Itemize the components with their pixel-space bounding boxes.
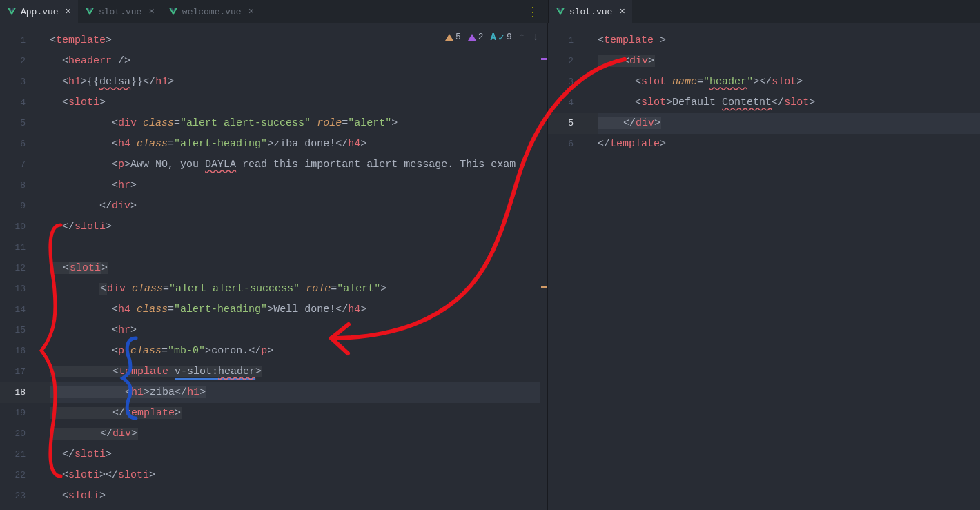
left-gutter: 1234 5678 9101112 13141516 17181920 2122… <box>0 23 39 510</box>
tab-label: welcome.vue <box>182 7 242 17</box>
vue-icon <box>168 7 178 17</box>
vue-icon <box>556 7 565 17</box>
close-icon[interactable]: × <box>246 6 254 17</box>
typo-icon: A <box>491 32 496 43</box>
right-code[interactable]: <template > <div> <slot name="header"></… <box>587 23 980 510</box>
vue-icon <box>7 7 17 17</box>
warn-number: 5 <box>455 32 461 42</box>
inspection-summary[interactable]: 5 2 A✓9 ↑ ↓ <box>445 30 539 43</box>
tab-welcome-vue[interactable]: welcome.vue × <box>161 0 261 23</box>
warning-icon <box>445 34 453 41</box>
right-pane: 123 456 <template > <div> <slot name="he… <box>548 23 980 510</box>
tab-app-vue[interactable]: App.vue × <box>0 0 78 23</box>
left-pane: 1234 5678 9101112 13141516 17181920 2122… <box>0 23 548 510</box>
tab-label: slot.vue <box>99 7 141 17</box>
close-icon[interactable]: × <box>146 6 154 17</box>
left-error-stripe[interactable] <box>540 23 547 510</box>
left-code[interactable]: <template> <headerr /> <h1>{{delsa}}</h1… <box>39 23 547 510</box>
tab-slot-vue-right[interactable]: slot.vue × <box>549 0 632 23</box>
prev-highlight-icon[interactable]: ↑ <box>519 31 526 43</box>
error-icon <box>468 34 476 41</box>
typo-sub-icon: ✓ <box>498 31 504 44</box>
next-highlight-icon[interactable]: ↓ <box>532 31 539 43</box>
left-editor[interactable]: 1234 5678 9101112 13141516 17181920 2122… <box>0 23 547 510</box>
tab-overflow-icon[interactable]: ⋮ <box>517 0 548 23</box>
warn-count[interactable]: 5 <box>445 32 461 42</box>
typo-number: 9 <box>507 32 512 42</box>
tab-label: App.vue <box>21 7 59 17</box>
editor-split: 1234 5678 9101112 13141516 17181920 2122… <box>0 23 980 510</box>
stripe-marker[interactable] <box>541 58 547 60</box>
right-gutter: 123 456 <box>548 23 587 510</box>
vue-icon <box>85 7 95 17</box>
close-icon[interactable]: × <box>63 6 71 17</box>
right-editor[interactable]: 123 456 <template > <div> <slot name="he… <box>548 23 980 510</box>
typo-count[interactable]: A✓9 <box>491 30 512 43</box>
tabbar-right: slot.vue × <box>548 0 980 23</box>
close-icon[interactable]: × <box>616 6 625 17</box>
tab-label: slot.vue <box>569 7 612 17</box>
tabbar-left: App.vue × slot.vue × welcome.vue × ⋮ <box>0 0 548 23</box>
stripe-marker[interactable] <box>541 286 547 288</box>
tabbar: App.vue × slot.vue × welcome.vue × ⋮ slo… <box>0 0 980 23</box>
tab-slot-vue[interactable]: slot.vue × <box>78 0 161 23</box>
error-count[interactable]: 2 <box>468 32 484 42</box>
error-number: 2 <box>478 32 484 42</box>
